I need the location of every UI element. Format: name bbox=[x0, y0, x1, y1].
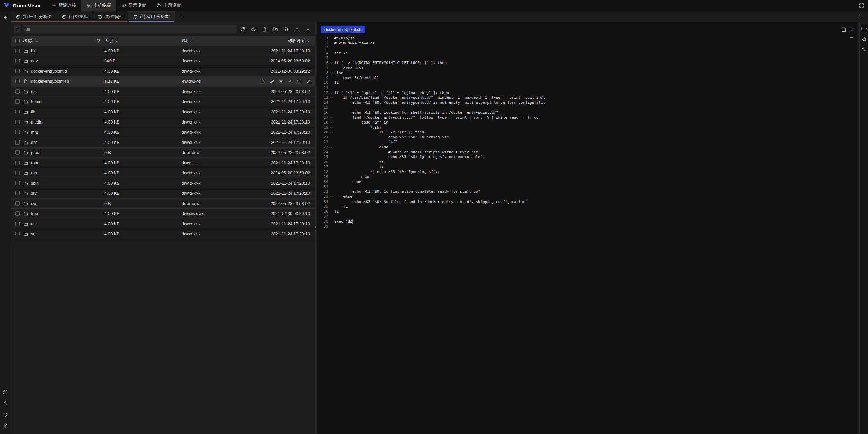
code-area[interactable]: 1#!/bin/sh2# vim:sw=4:ts=4:et34set -e56i… bbox=[317, 35, 859, 434]
row-checkbox[interactable] bbox=[15, 49, 20, 53]
fold-chevron-icon[interactable] bbox=[328, 96, 334, 99]
file-name[interactable]: bin bbox=[31, 49, 37, 53]
editor-file-tab[interactable]: docker-entrypoint.sh bbox=[321, 26, 365, 33]
table-row[interactable]: sbin4.00 KBdrwxr-xr-x2021-11-24 17:20:10 bbox=[11, 178, 315, 188]
table-row[interactable]: dev340 Bdrwxr-xr-x2024-05-28 23:58:02 bbox=[11, 56, 315, 66]
file-name[interactable]: sys bbox=[31, 201, 37, 206]
table-row[interactable]: tmp4.00 KBdrwxrwxrwx2021-12-30 03:29:10 bbox=[11, 209, 315, 219]
rail-button[interactable] bbox=[3, 15, 8, 20]
row-checkbox[interactable] bbox=[15, 211, 20, 216]
row-checkbox[interactable] bbox=[15, 150, 20, 155]
close-all-button[interactable] bbox=[854, 11, 868, 22]
fold-chevron-icon[interactable] bbox=[328, 116, 334, 119]
add-tab-button[interactable] bbox=[175, 11, 187, 22]
fold-chevron-icon[interactable] bbox=[328, 71, 334, 75]
sort-size-icon[interactable] bbox=[115, 39, 118, 43]
rail-button-swap-vertical-icon[interactable] bbox=[861, 47, 866, 52]
sort-time-icon[interactable] bbox=[307, 39, 310, 43]
path-input[interactable] bbox=[33, 27, 234, 32]
fold-chevron-icon[interactable] bbox=[328, 146, 334, 149]
table-row[interactable]: etc4.00 KBdrwxr-xr-x2024-05-28 23:58:02 bbox=[11, 87, 315, 97]
table-row[interactable]: root4.00 KBdrwx------2021-11-24 17:20:10 bbox=[11, 158, 315, 168]
editor-save-icon[interactable] bbox=[840, 26, 847, 33]
file-name[interactable]: var bbox=[31, 232, 37, 237]
table-row[interactable]: run4.00 KBdrwxr-xr-x2024-05-28 23:58:02 bbox=[11, 168, 315, 178]
row-checkbox[interactable] bbox=[15, 140, 20, 145]
file-name[interactable]: usr bbox=[31, 222, 37, 226]
file-name[interactable]: run bbox=[31, 171, 37, 175]
row-checkbox[interactable] bbox=[15, 79, 20, 83]
action-move-icon[interactable] bbox=[296, 78, 302, 84]
row-checkbox[interactable] bbox=[15, 161, 20, 165]
action-download-icon[interactable] bbox=[287, 78, 293, 84]
file-name[interactable]: sbin bbox=[31, 181, 39, 186]
table-row[interactable]: docker-entrypoint.sh1.17 KB-rwxrwxr-x bbox=[11, 76, 315, 87]
action-copy-icon[interactable] bbox=[260, 78, 266, 84]
table-row[interactable]: media4.00 KBdrwxr-xr-x2021-11-24 17:20:1… bbox=[11, 117, 315, 127]
file-name[interactable]: root bbox=[31, 161, 38, 165]
file-name[interactable]: opt bbox=[31, 140, 37, 145]
file-name[interactable]: dev bbox=[31, 59, 38, 63]
table-row[interactable]: sys0 Bdr-xr-xr-x2024-05-28 23:58:02 bbox=[11, 199, 315, 209]
tab-(2) 数据库[interactable]: (2) 数据库 bbox=[57, 11, 93, 22]
row-checkbox[interactable] bbox=[15, 191, 20, 195]
rail-button[interactable] bbox=[3, 401, 8, 406]
file-name[interactable]: docker-entrypoint.sh bbox=[31, 79, 69, 84]
rail-button[interactable]: ⌘ bbox=[3, 390, 8, 395]
row-checkbox[interactable] bbox=[15, 69, 20, 73]
back-button[interactable] bbox=[14, 25, 21, 33]
rail-button-braces-icon[interactable]: { } bbox=[861, 26, 866, 31]
row-checkbox[interactable] bbox=[15, 201, 20, 206]
fold-chevron-icon[interactable] bbox=[328, 61, 334, 65]
table-row[interactable]: srv4.00 KBdrwxr-xr-x2021-11-24 17:20:10 bbox=[11, 188, 315, 199]
row-checkbox[interactable] bbox=[15, 120, 20, 124]
file-name[interactable]: lib bbox=[31, 110, 35, 114]
fold-chevron-icon[interactable] bbox=[328, 195, 334, 199]
toolbar-new-folder-icon[interactable] bbox=[271, 25, 279, 33]
table-row[interactable]: usr4.00 KBdrwxr-xr-x2021-11-24 17:20:10 bbox=[11, 219, 315, 229]
fold-chevron-icon[interactable] bbox=[328, 91, 334, 95]
table-row[interactable]: opt4.00 KBdrwxr-xr-x2021-11-24 17:20:10 bbox=[11, 137, 315, 148]
nav-item-主机终端[interactable]: 主机终端 bbox=[81, 0, 116, 11]
row-checkbox[interactable] bbox=[15, 99, 20, 104]
table-row[interactable]: bin4.00 KBdrwxr-xr-x2021-11-24 17:20:10 bbox=[11, 46, 315, 56]
editor-close-icon[interactable] bbox=[849, 26, 856, 33]
rail-button[interactable] bbox=[3, 423, 8, 429]
file-name[interactable]: tmp bbox=[31, 211, 38, 216]
minimap[interactable] bbox=[850, 37, 854, 38]
table-row[interactable]: var4.00 KBdrwxr-xr-x2021-11-24 17:20:10 bbox=[11, 229, 315, 239]
table-row[interactable]: docker-entrypoint.d4.00 KBdrwxr-xr-x2021… bbox=[11, 66, 315, 76]
file-name[interactable]: srv bbox=[31, 191, 37, 196]
row-checkbox[interactable] bbox=[15, 181, 20, 185]
nav-item-新建连接[interactable]: 新建连接 bbox=[46, 0, 81, 11]
table-row[interactable]: mnt4.00 KBdrwxr-xr-x2021-11-24 17:20:10 bbox=[11, 127, 315, 137]
file-name[interactable]: media bbox=[31, 120, 42, 125]
select-all-checkbox[interactable] bbox=[15, 39, 20, 43]
nav-item-显示设置[interactable]: 显示设置 bbox=[116, 0, 151, 11]
toolbar-delete-icon[interactable] bbox=[282, 25, 290, 33]
table-row[interactable]: home4.00 KBdrwxr-xr-x2021-11-24 17:20:10 bbox=[11, 97, 315, 107]
table-row[interactable]: lib4.00 KBdrwxr-xr-x2021-11-24 17:20:10 bbox=[11, 107, 315, 117]
fullscreen-icon[interactable] bbox=[859, 3, 864, 8]
filter-icon[interactable] bbox=[97, 39, 101, 43]
file-name[interactable]: home bbox=[31, 99, 41, 104]
toolbar-download-icon[interactable] bbox=[304, 25, 312, 33]
rail-button-copy-icon[interactable] bbox=[861, 36, 866, 41]
row-checkbox[interactable] bbox=[15, 89, 20, 94]
row-checkbox[interactable] bbox=[15, 59, 20, 63]
fold-chevron-icon[interactable] bbox=[328, 131, 334, 134]
row-checkbox[interactable] bbox=[15, 232, 20, 236]
row-checkbox[interactable] bbox=[15, 110, 20, 114]
action-delete-icon[interactable] bbox=[278, 78, 284, 84]
file-name[interactable]: etc bbox=[31, 89, 37, 94]
rail-button[interactable] bbox=[3, 412, 8, 417]
file-name[interactable]: proc bbox=[31, 150, 39, 155]
row-checkbox[interactable] bbox=[15, 171, 20, 175]
row-checkbox[interactable] bbox=[15, 130, 20, 134]
tab-(1) 应用-分析01[interactable]: (1) 应用-分析01 bbox=[11, 11, 57, 22]
file-name[interactable]: docker-entrypoint.d bbox=[31, 69, 67, 74]
toolbar-refresh-icon[interactable] bbox=[239, 25, 247, 33]
toolbar-preview-icon[interactable] bbox=[250, 25, 258, 33]
toolbar-upload-icon[interactable] bbox=[293, 25, 301, 33]
sort-name-icon[interactable] bbox=[36, 39, 38, 43]
